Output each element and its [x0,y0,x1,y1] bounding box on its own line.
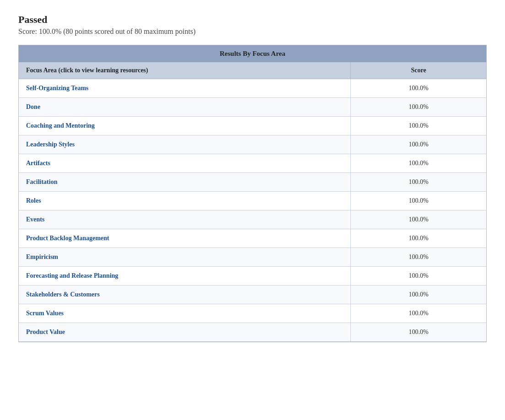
focus-area-link[interactable]: Empiricism [26,253,58,260]
focus-area-cell: Forecasting and Release Planning [19,267,351,285]
focus-area-cell: Product Backlog Management [19,229,351,248]
score-cell: 100.0% [351,79,486,98]
table-row: Done100.0% [19,98,486,117]
score-cell: 100.0% [351,154,486,173]
table-row: Forecasting and Release Planning100.0% [19,267,486,285]
table-row: Product Value100.0% [19,323,486,342]
score-cell: 100.0% [351,135,486,154]
table-row: Empiricism100.0% [19,248,486,267]
table-title: Results By Focus Area [19,45,486,62]
score-cell: 100.0% [351,173,486,192]
focus-area-link[interactable]: Leadership Styles [26,141,75,148]
focus-area-link[interactable]: Product Backlog Management [26,235,109,242]
focus-area-link[interactable]: Artifacts [26,160,50,167]
results-table: Results By Focus Area Focus Area (click … [19,45,486,342]
focus-area-cell: Self-Organizing Teams [19,79,351,98]
score-cell: 100.0% [351,210,486,229]
table-row: Scrum Values100.0% [19,304,486,323]
focus-area-link[interactable]: Events [26,216,44,223]
table-row: Leadership Styles100.0% [19,135,486,154]
table-row: Stakeholders & Customers100.0% [19,285,486,304]
focus-area-cell: Roles [19,192,351,210]
score-text: Score: 100.0% (80 points scored out of 8… [18,27,487,36]
passed-label: Passed [18,14,487,26]
results-table-container: Results By Focus Area Focus Area (click … [18,45,487,342]
score-cell: 100.0% [351,229,486,248]
focus-area-cell: Events [19,210,351,229]
table-row: Facilitation100.0% [19,173,486,192]
focus-area-link[interactable]: Facilitation [26,178,57,185]
focus-area-cell: Artifacts [19,154,351,173]
score-cell: 100.0% [351,323,486,342]
focus-area-cell: Coaching and Mentoring [19,117,351,135]
column-header-row: Focus Area (click to view learning resou… [19,62,486,79]
focus-area-link[interactable]: Done [26,103,40,110]
focus-area-link[interactable]: Self-Organizing Teams [26,85,89,92]
table-row: Roles100.0% [19,192,486,210]
focus-area-cell: Empiricism [19,248,351,267]
focus-area-link[interactable]: Product Value [26,328,65,335]
score-cell: 100.0% [351,248,486,267]
score-cell: 100.0% [351,267,486,285]
table-title-row: Results By Focus Area [19,45,486,62]
table-row: Coaching and Mentoring100.0% [19,117,486,135]
table-row: Self-Organizing Teams100.0% [19,79,486,98]
focus-area-cell: Scrum Values [19,304,351,323]
focus-area-cell: Product Value [19,323,351,342]
score-cell: 100.0% [351,285,486,304]
score-cell: 100.0% [351,304,486,323]
score-cell: 100.0% [351,192,486,210]
score-cell: 100.0% [351,117,486,135]
focus-area-cell: Leadership Styles [19,135,351,154]
focus-area-link[interactable]: Roles [26,197,41,204]
score-cell: 100.0% [351,98,486,117]
table-row: Product Backlog Management100.0% [19,229,486,248]
col-header-focus-area: Focus Area (click to view learning resou… [19,62,351,79]
focus-area-link[interactable]: Stakeholders & Customers [26,291,100,298]
table-row: Artifacts100.0% [19,154,486,173]
focus-area-link[interactable]: Forecasting and Release Planning [26,272,118,279]
focus-area-cell: Done [19,98,351,117]
table-row: Events100.0% [19,210,486,229]
table-body: Self-Organizing Teams100.0%Done100.0%Coa… [19,79,486,342]
focus-area-link[interactable]: Coaching and Mentoring [26,122,95,129]
col-header-score: Score [351,62,486,79]
focus-area-cell: Facilitation [19,173,351,192]
focus-area-link[interactable]: Scrum Values [26,310,64,317]
focus-area-cell: Stakeholders & Customers [19,285,351,304]
result-status-section: Passed Score: 100.0% (80 points scored o… [18,14,487,36]
